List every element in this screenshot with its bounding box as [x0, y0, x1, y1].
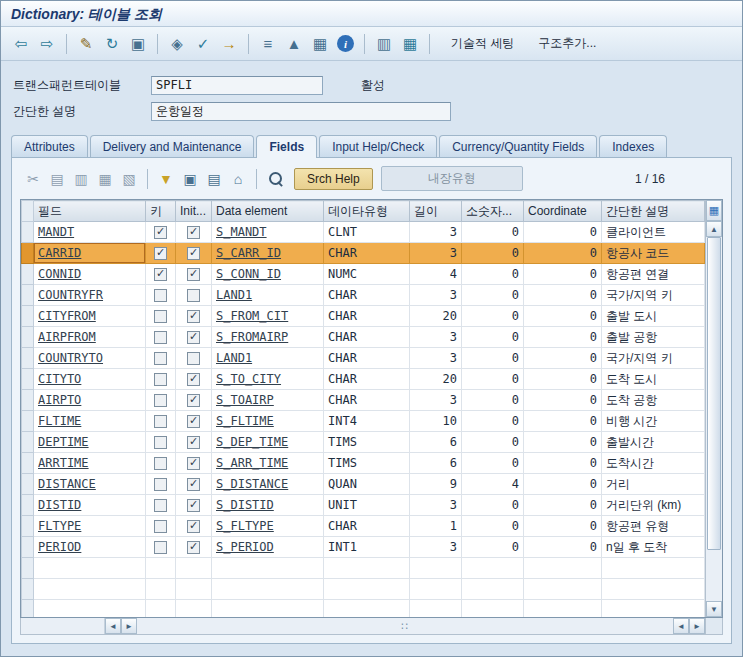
field-link[interactable]: CONNID	[38, 267, 81, 281]
where-used-icon[interactable]: ◈	[165, 32, 189, 56]
data-element-link[interactable]: LAND1	[216, 288, 252, 302]
tab-attributes[interactable]: Attributes	[11, 135, 88, 157]
data-element-link[interactable]: S_TO_CITY	[216, 372, 281, 386]
field-link[interactable]: ARRTIME	[38, 456, 89, 470]
copy-icon[interactable]: ▣	[126, 32, 150, 56]
delete-row-icon[interactable]: ▧	[118, 168, 140, 190]
tab-fields[interactable]: Fields	[256, 135, 317, 158]
init-checkbox-cell[interactable]	[176, 306, 212, 327]
copy-rows-icon[interactable]: ▤	[46, 168, 68, 190]
data-element-link[interactable]: S_FROMAIRP	[216, 330, 288, 344]
row-selector[interactable]	[22, 495, 34, 516]
builtin-type-button[interactable]: 내장유형	[381, 166, 523, 191]
data-element-link[interactable]: S_FROM_CIT	[216, 309, 288, 323]
field-link[interactable]: DISTID	[38, 498, 81, 512]
init-checkbox-cell[interactable]	[176, 516, 212, 537]
back-icon[interactable]: ⇦	[9, 32, 33, 56]
data-element-link[interactable]: S_FLTYPE	[216, 519, 274, 533]
init-checkbox-cell[interactable]	[176, 348, 212, 369]
table-name-field[interactable]: SPFLI	[151, 76, 323, 95]
init-checkbox-cell[interactable]	[176, 474, 212, 495]
row-selector[interactable]	[22, 285, 34, 306]
srch-help-button[interactable]: Srch Help	[294, 168, 373, 190]
refresh-icon[interactable]: ↻	[100, 32, 124, 56]
init-checkbox-cell[interactable]	[176, 285, 212, 306]
data-element-link[interactable]: S_ARR_TIME	[216, 456, 288, 470]
field-link[interactable]: DEPTIME	[38, 435, 89, 449]
field-link[interactable]: MANDT	[38, 225, 74, 239]
key-checkbox-cell[interactable]	[146, 264, 176, 285]
column-header-init[interactable]: Init...	[176, 201, 212, 222]
init-checkbox-cell[interactable]	[176, 222, 212, 243]
column-header-key[interactable]: 키	[146, 201, 176, 222]
data-element-link[interactable]: S_MANDT	[216, 225, 267, 239]
forward-icon[interactable]: ⇨	[35, 32, 59, 56]
key-checkbox-cell[interactable]	[146, 222, 176, 243]
field-link[interactable]: CITYFROM	[38, 309, 96, 323]
key-checkbox-cell[interactable]	[146, 495, 176, 516]
field-link[interactable]: AIRPFROM	[38, 330, 96, 344]
field-link[interactable]: CITYTO	[38, 372, 81, 386]
row-selector[interactable]	[22, 453, 34, 474]
init-checkbox-cell[interactable]	[176, 432, 212, 453]
row-selector[interactable]	[22, 306, 34, 327]
data-element-link[interactable]: LAND1	[216, 351, 252, 365]
key-checkbox-cell[interactable]	[146, 432, 176, 453]
insert-row-icon[interactable]: ▦	[94, 168, 116, 190]
field-link[interactable]: DISTANCE	[38, 477, 96, 491]
scroll-up-icon[interactable]: ▲	[706, 221, 722, 237]
init-checkbox-cell[interactable]	[176, 327, 212, 348]
filter-icon[interactable]: ▼	[155, 168, 177, 190]
row-selector[interactable]	[22, 243, 34, 264]
field-link[interactable]: FLTYPE	[38, 519, 81, 533]
data-element-link[interactable]: S_DEP_TIME	[216, 435, 288, 449]
search-icon[interactable]	[264, 168, 286, 190]
select-block-icon[interactable]: ▣	[179, 168, 201, 190]
data-element-link[interactable]: S_CARR_ID	[216, 246, 281, 260]
scroll-right-end-icon[interactable]: ►	[689, 618, 705, 634]
tab-indexes[interactable]: Indexes	[599, 135, 667, 157]
init-checkbox-cell[interactable]	[176, 243, 212, 264]
paste-rows-icon[interactable]: ▥	[70, 168, 92, 190]
horizontal-scrollbar-track[interactable]: ∷	[137, 618, 673, 634]
row-selector[interactable]	[22, 222, 34, 243]
tab-currency-quantity-fields[interactable]: Currency/Quantity Fields	[439, 135, 597, 157]
row-selector[interactable]	[22, 327, 34, 348]
key-checkbox-cell[interactable]	[146, 327, 176, 348]
vertical-scrollbar[interactable]: ▦ ▲ ▼	[705, 200, 722, 617]
column-header-description[interactable]: 간단한 설명	[602, 201, 705, 222]
row-selector[interactable]	[22, 390, 34, 411]
field-link[interactable]: FLTIME	[38, 414, 81, 428]
key-checkbox-cell[interactable]	[146, 306, 176, 327]
key-checkbox-cell[interactable]	[146, 537, 176, 558]
scroll-down-icon[interactable]: ▼	[706, 601, 722, 617]
init-checkbox-cell[interactable]	[176, 390, 212, 411]
runtime-object-icon[interactable]: ▥	[372, 32, 396, 56]
scroll-left-icon[interactable]: ◄	[105, 618, 121, 634]
field-link[interactable]: PERIOD	[38, 540, 81, 554]
key-checkbox-cell[interactable]	[146, 285, 176, 306]
column-header-coordinate[interactable]: Coordinate	[524, 201, 602, 222]
scroll-right-icon[interactable]: ►	[121, 618, 137, 634]
field-link[interactable]: AIRPTO	[38, 393, 81, 407]
key-checkbox-cell[interactable]	[146, 474, 176, 495]
row-selector[interactable]	[22, 516, 34, 537]
cut-icon[interactable]: ✂	[22, 168, 44, 190]
column-header-decimals[interactable]: 소숫자...	[462, 201, 524, 222]
column-header-type[interactable]: 데이타유형	[324, 201, 410, 222]
init-checkbox-cell[interactable]	[176, 453, 212, 474]
data-element-link[interactable]: S_DISTID	[216, 498, 274, 512]
row-selector[interactable]	[22, 264, 34, 285]
data-element-link[interactable]: S_CONN_ID	[216, 267, 281, 281]
check-icon[interactable]: ✓	[191, 32, 215, 56]
row-selector[interactable]	[22, 432, 34, 453]
init-checkbox-cell[interactable]	[176, 495, 212, 516]
column-header-length[interactable]: 길이	[410, 201, 462, 222]
table-contents-icon[interactable]: ▦	[398, 32, 422, 56]
splitter-grip[interactable]: ∷	[401, 620, 409, 633]
append-structure-button[interactable]: 구조추가...	[528, 31, 606, 56]
horizontal-scrollbar[interactable]: ◄ ► ∷ ◄ ►	[20, 618, 723, 635]
description-field[interactable]: 운항일정	[151, 102, 451, 121]
data-element-link[interactable]: S_FLTIME	[216, 414, 274, 428]
row-selector[interactable]	[22, 537, 34, 558]
